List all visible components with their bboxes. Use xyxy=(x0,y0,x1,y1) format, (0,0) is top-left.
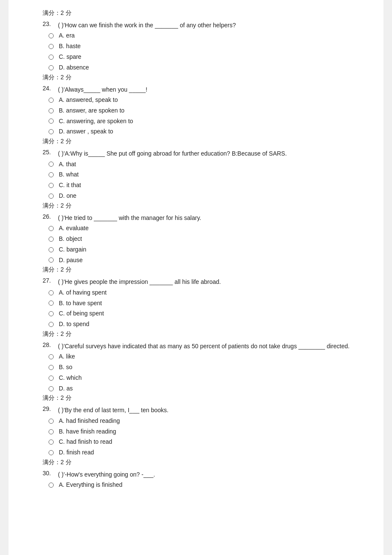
q29-option-c: C. had finish to read xyxy=(59,437,112,447)
question-24: 24. ( )'Always_____ when you _____! A. a… xyxy=(43,85,366,146)
q28-radio-c[interactable] xyxy=(49,376,54,381)
q29-radio-b[interactable] xyxy=(49,429,54,434)
q27-radio-d[interactable] xyxy=(49,322,54,327)
q23-radio-a[interactable] xyxy=(49,33,54,38)
q26-radio-c[interactable] xyxy=(49,247,54,252)
list-item: D. as xyxy=(43,384,366,394)
q26-option-b: B. object xyxy=(59,234,82,244)
q27-score: 满分：2 分 xyxy=(43,330,366,338)
list-item: C. answering, are spoken to xyxy=(43,116,366,127)
q25-option-a: A. that xyxy=(59,159,76,170)
q23-radio-c[interactable] xyxy=(49,55,54,60)
q23-score: 满分：2 分 xyxy=(43,74,366,81)
q26-score: 满分：2 分 xyxy=(43,266,366,274)
q26-radio-b[interactable] xyxy=(49,237,54,242)
list-item: B. have finish reading xyxy=(43,427,366,437)
list-item: D. pause xyxy=(43,255,366,266)
q29-option-a: A. had finished reading xyxy=(59,416,120,426)
q26-text: ( )'He tried to _______ with the manager… xyxy=(58,213,366,223)
question-30: 30. ( )'-How's everything going on? -___… xyxy=(43,470,366,490)
list-item: C. it that xyxy=(43,180,366,191)
q28-radio-b[interactable] xyxy=(49,365,54,370)
q28-option-c: C. which xyxy=(59,373,82,383)
q28-option-a: A. like xyxy=(59,352,75,362)
q30-text: ( )'-How's everything going on? -___. xyxy=(58,470,366,479)
q28-text: ( )'Careful surveys have indicated that … xyxy=(58,341,366,351)
q29-option-d: D. finish read xyxy=(59,448,94,458)
q28-option-d: D. as xyxy=(59,384,73,394)
q23-number: 23. xyxy=(43,20,58,27)
list-item: A. that xyxy=(43,159,366,170)
q25-option-b: B. what xyxy=(59,170,79,180)
q25-radio-b[interactable] xyxy=(49,172,54,177)
q25-number: 25. xyxy=(43,149,58,156)
q28-radio-d[interactable] xyxy=(49,386,54,391)
q29-options: A. had finished reading B. have finish r… xyxy=(43,416,366,458)
q24-number: 24. xyxy=(43,85,58,92)
q24-score: 满分：2 分 xyxy=(43,138,366,145)
q29-radio-a[interactable] xyxy=(49,419,54,424)
q28-options: A. like B. so C. which D. as xyxy=(43,352,366,393)
q30-number: 30. xyxy=(43,470,58,477)
q24-radio-b[interactable] xyxy=(49,108,54,113)
list-item: B. what xyxy=(43,170,366,180)
q27-radio-b[interactable] xyxy=(49,301,54,306)
q25-options: A. that B. what C. it that D. one xyxy=(43,159,366,201)
list-item: A. Everything is finished xyxy=(43,480,366,490)
q24-option-d: D. answer , speak to xyxy=(59,127,113,137)
q25-text: ( )'A:Why is_____ She put off going abro… xyxy=(58,149,366,158)
q27-option-a: A. of having spent xyxy=(59,288,107,298)
list-item: C. bargain xyxy=(43,245,366,255)
q24-option-c: C. answering, are spoken to xyxy=(59,116,133,127)
q23-text: ( )'How can we finish the work in the __… xyxy=(58,20,366,30)
q28-option-b: B. so xyxy=(59,362,72,373)
q27-option-c: C. of being spent xyxy=(59,309,104,319)
q25-option-c: C. it that xyxy=(59,180,81,191)
question-27: 27. ( )'He gives people the impression _… xyxy=(43,277,366,338)
q25-option-d: D. one xyxy=(59,191,76,201)
q29-radio-d[interactable] xyxy=(49,450,54,455)
question-28: 28. ( )'Careful surveys have indicated t… xyxy=(43,341,366,402)
question-29: 29. ( )'By the end of last term, I___ te… xyxy=(43,405,366,466)
list-item: A. like xyxy=(43,352,366,362)
q29-option-b: B. have finish reading xyxy=(59,427,116,437)
q23-radio-d[interactable] xyxy=(49,65,54,70)
q27-radio-a[interactable] xyxy=(49,290,54,295)
q24-radio-a[interactable] xyxy=(49,98,54,103)
q24-radio-d[interactable] xyxy=(49,129,54,134)
q26-options: A. evaluate B. object C. bargain D. paus… xyxy=(43,223,366,265)
q26-radio-a[interactable] xyxy=(49,226,54,231)
q26-radio-d[interactable] xyxy=(49,257,54,263)
list-item: B. to have spent xyxy=(43,298,366,309)
list-item: D. to spend xyxy=(43,319,366,330)
q26-option-c: C. bargain xyxy=(59,245,86,255)
q28-score: 满分：2 分 xyxy=(43,394,366,402)
q25-radio-a[interactable] xyxy=(49,162,54,167)
q29-text: ( )'By the end of last term, I___ ten bo… xyxy=(58,405,366,415)
list-item: C. of being spent xyxy=(43,309,366,319)
question-26: 26. ( )'He tried to _______ with the man… xyxy=(43,213,366,274)
q29-radio-c[interactable] xyxy=(49,439,54,445)
q25-score: 满分：2 分 xyxy=(43,202,366,210)
list-item: A. evaluate xyxy=(43,223,366,234)
list-item: D. absence xyxy=(43,63,366,73)
q28-radio-a[interactable] xyxy=(49,354,54,359)
q28-number: 28. xyxy=(43,341,58,348)
q27-radio-c[interactable] xyxy=(49,311,54,316)
q30-options: A. Everything is finished xyxy=(43,480,366,490)
q27-options: A. of having spent B. to have spent C. o… xyxy=(43,288,366,330)
q24-text: ( )'Always_____ when you _____! xyxy=(58,85,366,94)
q24-option-a: A. answered, speak to xyxy=(59,95,118,105)
page: 满分：2 分 23. ( )'How can we finish the wor… xyxy=(9,0,383,555)
question-23: 23. ( )'How can we finish the work in th… xyxy=(43,20,366,81)
q27-text: ( )'He gives people the impression _____… xyxy=(58,277,366,286)
q25-radio-d[interactable] xyxy=(49,194,54,199)
q30-radio-a[interactable] xyxy=(49,483,54,488)
list-item: B. haste xyxy=(43,41,366,52)
q23-option-b: B. haste xyxy=(59,41,81,52)
q25-radio-c[interactable] xyxy=(49,183,54,188)
q26-option-d: D. pause xyxy=(59,255,83,266)
list-item: A. of having spent xyxy=(43,288,366,298)
q24-radio-c[interactable] xyxy=(49,119,54,124)
q23-radio-b[interactable] xyxy=(49,44,54,49)
